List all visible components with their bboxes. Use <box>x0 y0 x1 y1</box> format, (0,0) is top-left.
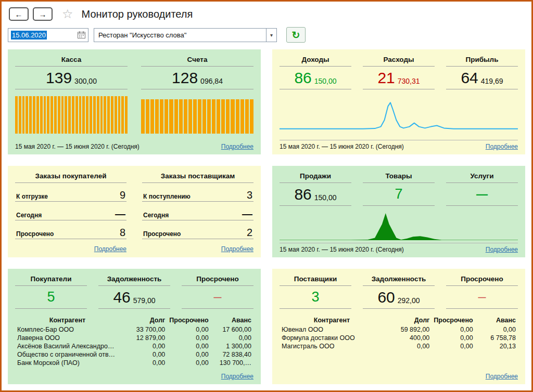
section-title-suppliers: Поставщики <box>280 274 351 286</box>
customers-debt-section: Задолженность 46 579,00 <box>98 274 170 309</box>
income-expenses-panel: Доходы 86 150,00 Расходы 21 730,31 Прибы… <box>272 49 525 154</box>
income-line-chart <box>280 95 518 131</box>
expenses-int: 21 <box>377 70 395 86</box>
income-int: 86 <box>294 70 311 86</box>
cash-int: 139 <box>46 70 72 86</box>
customers-count-value: 5 <box>15 286 87 309</box>
table-row: Общество с ограниченной отве…0,000,0072 … <box>15 350 253 359</box>
period-label: 15 мая 2020 г. — 15 июня 2020 г. (Сегодн… <box>15 143 139 150</box>
goods-value: 7 <box>363 183 435 206</box>
orders-panel: Заказы покупателей К отгрузке 9 Сегодня … <box>8 166 261 257</box>
expenses-dec: 730,31 <box>398 77 420 89</box>
order-row: Сегодня — <box>142 202 253 220</box>
calendar-icon[interactable] <box>78 31 85 38</box>
customers-overdue-section: Просрочено — <box>182 274 253 309</box>
period-label: 15 мая 2020 г. — 15 июня 2020 г. (Сегодн… <box>280 246 404 253</box>
order-row: Сегодня — <box>15 202 126 220</box>
customers-debt-value: 46 579,00 <box>98 286 170 309</box>
suppliers-overdue-section: Просрочено — <box>446 274 518 309</box>
cash-accounts-panel: Касса 139 300,00 Счета 128 096,84 <box>8 49 261 154</box>
section-title-accounts: Счета <box>141 55 253 67</box>
details-link-supplier-orders[interactable]: Подробнее <box>221 245 253 253</box>
customers-table: Контрагент Долг Просрочено Аванс Комплес… <box>15 315 253 367</box>
accounts-bar-chart <box>141 96 253 134</box>
table-row: Лаверна ООО12 879,000,000,00 <box>15 334 253 342</box>
income-value: 86 150,00 <box>280 67 351 89</box>
section-title-expenses: Расходы <box>363 55 435 67</box>
details-link-suppliers[interactable]: Подробнее <box>486 373 518 380</box>
forward-button[interactable]: → <box>33 7 53 21</box>
accounts-dec: 096,84 <box>200 77 223 89</box>
services-section: Услуги — <box>446 171 518 206</box>
customer-orders-section: Заказы покупателей К отгрузке 9 Сегодня … <box>15 171 126 253</box>
section-title-customers-debt: Задолженность <box>98 274 170 286</box>
section-title-customer-orders: Заказы покупателей <box>15 171 126 183</box>
details-link-sales[interactable]: Подробнее <box>486 246 518 253</box>
refresh-button[interactable]: ↻ <box>286 27 306 43</box>
accounts-int: 128 <box>172 70 198 86</box>
period-label: 15 мая 2020 г. — 15 июня 2020 г. (Сегодн… <box>280 143 404 150</box>
organization-value: Ресторан "Искусство слова" <box>94 31 266 39</box>
refresh-icon: ↻ <box>292 30 300 40</box>
services-value: — <box>446 183 518 206</box>
customers-count-section: Покупатели 5 <box>15 274 87 309</box>
details-link-cash[interactable]: Подробнее <box>221 143 253 150</box>
expenses-value: 21 730,31 <box>363 67 435 89</box>
organization-select[interactable]: Ресторан "Искусство слова" ▾ <box>94 28 277 42</box>
sales-section: Продажи 86 150,00 <box>280 171 351 206</box>
supplier-orders-section: Заказы поставщикам К поступлению 3 Сегод… <box>142 171 253 253</box>
section-title-cash: Касса <box>15 55 128 67</box>
suppliers-debt-section: Задолженность 60 292,00 <box>363 274 435 309</box>
table-row: Магистраль ООО0,000,0020,13 <box>280 342 518 350</box>
profit-section: Прибыль 64 419,69 <box>446 55 518 89</box>
dashboard-grid: Касса 139 300,00 Счета 128 096,84 <box>2 47 531 390</box>
details-link-customer-orders[interactable]: Подробнее <box>94 245 126 253</box>
date-value[interactable]: 15.06.2020 <box>11 31 47 40</box>
section-title-suppliers-debt: Задолженность <box>363 274 435 286</box>
chevron-down-icon[interactable]: ▾ <box>266 29 276 42</box>
table-header-row: Контрагент Долг Просрочено Аванс <box>280 315 518 325</box>
suppliers-count-section: Поставщики 3 <box>280 274 351 309</box>
section-title-goods: Товары <box>363 171 435 183</box>
order-row: К поступлению 3 <box>142 183 253 202</box>
table-row: Формула доставки ООО400,000,006 758,78 <box>280 334 518 342</box>
order-row: Просрочено 2 <box>142 220 253 239</box>
details-link-customers[interactable]: Подробнее <box>221 373 253 380</box>
profit-dec: 419,69 <box>481 77 503 89</box>
customers-debt-panel: Покупатели 5 Задолженность 46 579,00 Про… <box>8 269 261 384</box>
section-title-customers: Покупатели <box>15 274 87 286</box>
favorite-star-icon[interactable]: ☆ <box>62 8 73 20</box>
profit-value: 64 419,69 <box>446 67 518 89</box>
table-header-row: Контрагент Долг Просрочено Аванс <box>15 315 253 325</box>
app-window: ← → ☆ Монитор руководителя 15.06.2020 Ре… <box>0 0 533 392</box>
cash-bar-chart <box>15 96 128 134</box>
toolbar: 15.06.2020 Ресторан "Искусство слова" ▾ … <box>2 24 531 47</box>
suppliers-debt-value: 60 292,00 <box>363 286 435 309</box>
cash-dec: 300,00 <box>74 77 97 89</box>
sales-area-chart <box>280 211 518 240</box>
section-title-services: Услуги <box>446 171 518 183</box>
back-button[interactable]: ← <box>9 7 29 21</box>
table-row: Ювенал ООО59 892,000,000,00 <box>280 325 518 334</box>
date-input[interactable]: 15.06.2020 <box>8 28 88 42</box>
order-row: Просрочено 8 <box>15 220 126 239</box>
table-row: Банк Морской (ПАО)0,000,00130 700,… <box>15 359 253 367</box>
income-section: Доходы 86 150,00 <box>280 55 351 89</box>
suppliers-count-value: 3 <box>280 286 351 309</box>
details-link-finance[interactable]: Подробнее <box>486 143 518 150</box>
table-row: Комплес-Бар ООО33 700,000,0017 600,00 <box>15 325 253 334</box>
suppliers-debt-panel: Поставщики 3 Задолженность 60 292,00 Про… <box>272 269 525 384</box>
accounts-value: 128 096,84 <box>141 67 253 89</box>
suppliers-table: Контрагент Долг Просрочено Аванс Ювенал … <box>280 315 518 350</box>
titlebar: ← → ☆ Монитор руководителя <box>2 2 531 24</box>
page-title: Монитор руководителя <box>82 8 193 20</box>
order-row: К отгрузке 9 <box>15 183 126 202</box>
section-title-supplier-orders: Заказы поставщикам <box>142 171 253 183</box>
section-title-income: Доходы <box>280 55 351 67</box>
profit-int: 64 <box>461 70 478 86</box>
section-title-customers-overdue: Просрочено <box>182 274 253 286</box>
back-arrow-icon: ← <box>15 10 23 19</box>
cash-section: Касса 139 300,00 <box>15 55 128 134</box>
accounts-section: Счета 128 096,84 <box>141 55 253 134</box>
section-title-suppliers-overdue: Просрочено <box>446 274 518 286</box>
